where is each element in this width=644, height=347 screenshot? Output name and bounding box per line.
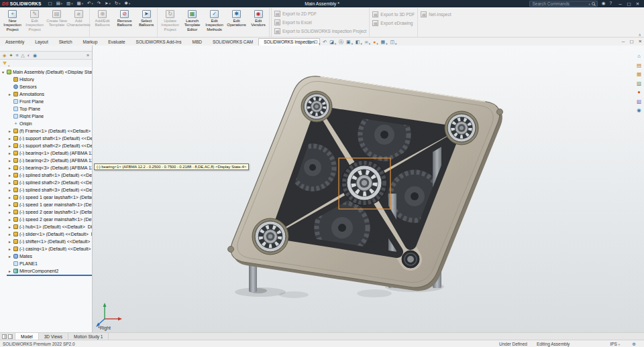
tree-item[interactable]: PLANE1 — [7, 260, 92, 267]
viewport-close-icon[interactable]: ✕ — [639, 40, 642, 44]
bearing-center[interactable] — [347, 165, 382, 200]
login-icon[interactable]: ◉ — [602, 1, 606, 6]
search-input[interactable] — [532, 1, 587, 6]
units-selector[interactable]: IPS — [610, 342, 620, 346]
help-icon[interactable]: ? — [609, 1, 612, 6]
tree-item[interactable]: Mates — [7, 253, 92, 260]
command-tab[interactable]: SOLIDWORKS Add-Ins — [131, 38, 187, 46]
ribbon-button[interactable]: ✎ Edit Inspection Project — [23, 8, 46, 37]
tree-item[interactable]: (-) splined shaft<2> (Default) <<Default… — [7, 179, 92, 186]
expand-arrow-icon[interactable] — [9, 269, 13, 273]
annotation-views-icon[interactable]: Ⓐ — [339, 40, 343, 44]
ribbon-button[interactable]: ▤ Create New Template — [46, 8, 68, 37]
tree-item[interactable]: (-) speed 2 gear layshaft<1> (Default) <… — [7, 208, 92, 216]
globe-icon[interactable] — [632, 342, 636, 346]
tree-item[interactable]: (-) slider<1> (Default) <<Default>_Displ… — [7, 230, 92, 238]
command-tab[interactable]: Assembly — [0, 38, 30, 46]
appearances-icon[interactable]: ● — [637, 90, 641, 95]
ribbon-button[interactable]: + New Inspection Project — [1, 8, 23, 37]
document-tab[interactable]: 3D Views — [39, 333, 68, 340]
graphics-viewport[interactable]: *Right ⌂ ▤ ▦ ▥ ● ▧ ◉ — [93, 46, 644, 332]
dropdown-caret-icon[interactable] — [129, 1, 130, 6]
panel-expand-chevron-icon[interactable]: » — [87, 53, 89, 58]
tree-item[interactable]: (-) speed 1 gear mainshaft<1> (Default).… — [7, 201, 92, 208]
displaymanager-tab[interactable]: ◐ — [28, 53, 30, 58]
tree-item[interactable]: (-) bearing<1> (Default) (AFBMA 12.2 - 0… — [7, 149, 92, 157]
dropdown-caret-icon[interactable] — [91, 1, 93, 6]
dropdown-caret-icon[interactable] — [71, 1, 72, 6]
filter-funnel-icon[interactable] — [3, 62, 7, 65]
open-icon[interactable]: ▤ — [56, 1, 62, 6]
command-tab[interactable]: MBD — [187, 38, 207, 46]
dropdown-caret-icon[interactable] — [109, 1, 111, 6]
search-scope-caret-icon[interactable] — [588, 1, 590, 6]
command-tab[interactable]: Markup — [78, 38, 103, 46]
expand-arrow-icon[interactable] — [9, 92, 13, 96]
view-palette-icon[interactable]: ▥ — [637, 81, 641, 86]
tree-item[interactable]: (-) shifter<1> (Default) <<Default>_Disp… — [7, 238, 92, 245]
tree-item[interactable]: (-) splined shaft<1> (Default) <<Default… — [7, 171, 92, 179]
export-button[interactable]: Export to 3D PDF — [372, 10, 415, 18]
expand-arrow-icon[interactable] — [9, 232, 13, 236]
ribbon-button[interactable]: ⌀ Add Characteristic — [68, 8, 90, 37]
command-tab[interactable]: SOLIDWORKS CAM — [207, 38, 258, 46]
select-icon[interactable]: ➤ — [105, 1, 111, 6]
split-horizontal-icon[interactable] — [2, 334, 7, 339]
file-explorer-icon[interactable]: ▦ — [637, 72, 641, 77]
configurationmanager-tab[interactable]: ≡ — [15, 53, 18, 58]
expand-arrow-icon[interactable] — [9, 196, 13, 200]
expand-arrow-icon[interactable] — [9, 188, 13, 192]
split-vertical-icon[interactable] — [8, 334, 13, 339]
expand-arrow-icon[interactable] — [9, 240, 13, 244]
ribbon-collapse-button[interactable] — [639, 33, 641, 37]
rebuild-icon[interactable]: ↻ — [115, 1, 121, 6]
expand-arrow-icon[interactable] — [9, 247, 13, 251]
tree-item[interactable]: MirrorComponent2 — [7, 267, 92, 275]
expand-arrow-icon[interactable] — [9, 144, 13, 148]
document-tab[interactable]: Motion Study 1 — [68, 333, 109, 340]
tree-item[interactable]: (-) hub<1> (Default) <<Default>_Display.… — [7, 223, 92, 230]
export-button[interactable]: Export to 2D PDF — [274, 10, 366, 18]
expand-arrow-icon[interactable] — [9, 181, 13, 185]
tree-item[interactable]: History — [7, 76, 92, 83]
command-tab[interactable]: Layout — [30, 38, 54, 46]
ribbon-button[interactable]: ✱ Edit Operations — [225, 8, 248, 37]
tree-item[interactable]: (-) support shaft<1> (Default) <<Default… — [7, 135, 92, 142]
dimxpertmanager-tab[interactable]: △ — [21, 53, 24, 58]
tree-item[interactable]: (-) bearing<2> (Default) (AFBMA 12.2 - 0… — [7, 157, 92, 164]
design-library-icon[interactable]: ▤ — [637, 63, 641, 68]
viewport-restore-icon[interactable]: ▢ — [629, 40, 633, 44]
tree-item[interactable]: Front Plane — [7, 98, 92, 105]
expand-arrow-icon[interactable] — [9, 174, 13, 178]
export-button[interactable]: Export to SOLIDWORKS Inspection Project — [274, 27, 366, 35]
dropdown-caret-icon[interactable] — [82, 1, 83, 6]
expand-arrow-icon[interactable] — [9, 151, 13, 155]
search-box[interactable] — [529, 1, 597, 7]
inspection-manager-tab[interactable]: ◉ — [33, 53, 37, 58]
tree-item[interactable]: (-) splined shaft<3> (Default) <<Default… — [7, 186, 92, 194]
close-button[interactable]: ✕ — [633, 0, 642, 7]
viewport-minimize-icon[interactable]: ─ — [622, 40, 625, 44]
expand-arrow-icon[interactable] — [2, 70, 7, 74]
expand-arrow-icon[interactable] — [9, 129, 13, 133]
tree-item[interactable]: Right Plane — [7, 113, 92, 120]
print-icon[interactable]: ▦ — [77, 1, 83, 6]
dropdown-caret-icon[interactable] — [119, 1, 120, 6]
expand-arrow-icon[interactable] — [9, 210, 13, 214]
tree-item[interactable]: Annotations — [7, 90, 92, 98]
net-inspect-button[interactable]: Net-Inspect — [421, 10, 451, 18]
minimize-button[interactable]: ─ — [616, 0, 625, 7]
export-button[interactable]: Export eDrawing — [372, 19, 415, 27]
save-icon[interactable]: ▥ — [66, 1, 72, 6]
bearing-top-right[interactable] — [445, 111, 478, 145]
ribbon-button[interactable]: ⊕ Add/Edit Balloons — [91, 8, 113, 37]
bearing-top-left[interactable] — [301, 91, 332, 122]
ribbon-button[interactable]: ◉ Edit Vendors — [248, 8, 270, 37]
dropdown-caret-icon[interactable] — [61, 1, 62, 6]
tree-item[interactable]: (-) casing<1> (Default) <<Default>_Displ… — [7, 245, 92, 253]
expand-arrow-icon[interactable] — [9, 255, 13, 259]
tree-item[interactable]: (-) support shaft<2> (Default) <<Default… — [7, 142, 92, 149]
search-icon[interactable] — [592, 2, 595, 5]
bearing-bottom-left[interactable] — [252, 218, 288, 255]
undo-icon[interactable]: ↶ — [87, 1, 93, 6]
